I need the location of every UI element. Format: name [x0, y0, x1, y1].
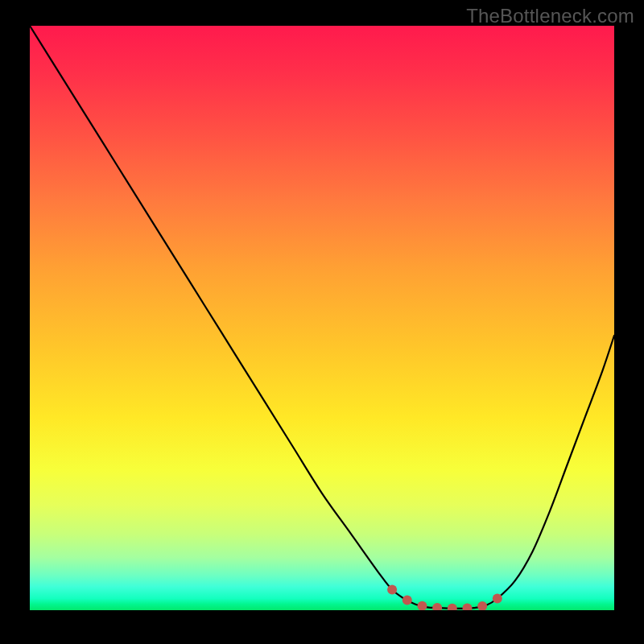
flat-dot — [387, 585, 397, 595]
bottleneck-curve — [30, 26, 614, 609]
flat-dot — [448, 604, 457, 610]
chart-frame: TheBottleneck.com — [0, 0, 644, 644]
flat-dot — [462, 604, 472, 610]
curve-svg — [30, 26, 614, 610]
flat-dot — [402, 596, 412, 605]
flat-region-dots — [387, 585, 502, 610]
flat-dot — [417, 601, 427, 610]
flat-dot — [432, 603, 442, 610]
flat-dot — [477, 601, 487, 610]
watermark-text: TheBottleneck.com — [466, 5, 634, 27]
flat-dot — [493, 593, 502, 603]
plot-area — [30, 26, 614, 610]
